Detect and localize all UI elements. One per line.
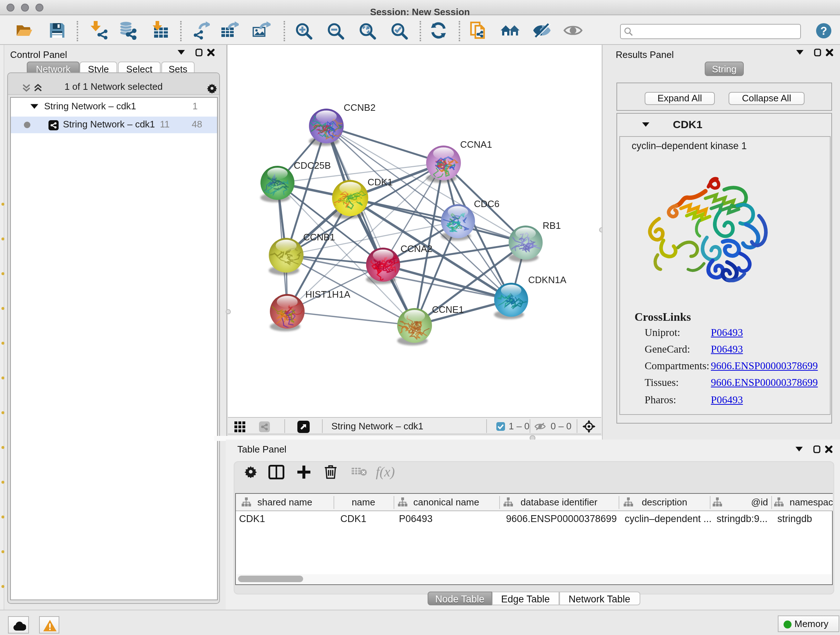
svg-text:?: ? [820,24,827,36]
